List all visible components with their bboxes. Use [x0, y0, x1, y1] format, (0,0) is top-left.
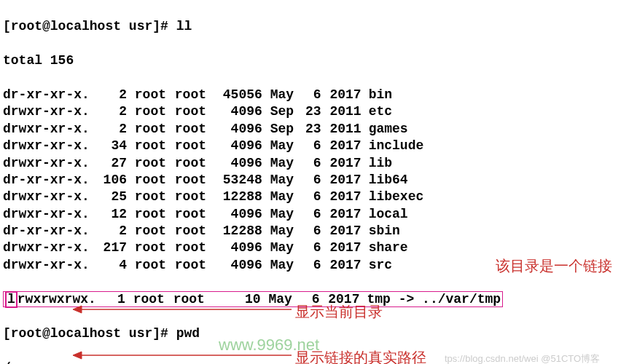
svg-marker-3: [73, 352, 82, 359]
arrow-icon: [73, 302, 292, 317]
file-listing: dr-xr-xr-x.2 rootroot45056 May62017bindr…: [3, 87, 634, 274]
prompt: [root@localhost usr]#: [3, 326, 168, 341]
list-item: drwxr-xr-x.27 rootroot4096 May62017lib: [3, 155, 634, 172]
annotation-link: 该目录是一个链接: [496, 256, 612, 275]
filetype-l: l: [5, 291, 17, 309]
command: pwd: [176, 326, 200, 341]
list-item: drwxr-xr-x.2 rootroot4096 Sep232011etc: [3, 103, 634, 120]
list-item: drwxr-xr-x.12 rootroot4096 May62017local: [3, 206, 634, 223]
total-line: total 156: [3, 52, 634, 69]
list-item: drwxr-xr-x.217 rootroot4096 May62017shar…: [3, 240, 634, 256]
watermark-small: tps://blog.csdn.net/wei @51CTO博客: [445, 353, 600, 364]
prompt: [root@localhost usr]#: [3, 19, 168, 33]
list-item: drwxr-xr-x.25 rootroot12288 May62017libe…: [3, 189, 634, 205]
list-item: dr-xr-xr-x.106 rootroot53248 May62017lib…: [3, 172, 634, 189]
list-item: dr-xr-xr-x.2 rootroot12288 May62017sbin: [3, 223, 634, 240]
annotation-curdir: 显示当前目录: [295, 302, 383, 321]
list-item: drwxr-xr-x.34 rootroot4096 May62017inclu…: [3, 138, 634, 154]
list-item: drwxr-xr-x.2 rootroot4096 Sep232011games: [3, 121, 634, 138]
svg-marker-1: [73, 306, 82, 313]
command: ll: [176, 19, 192, 33]
watermark: www.9969.net: [219, 335, 319, 356]
list-item: dr-xr-xr-x.2 rootroot45056 May62017bin: [3, 87, 634, 103]
